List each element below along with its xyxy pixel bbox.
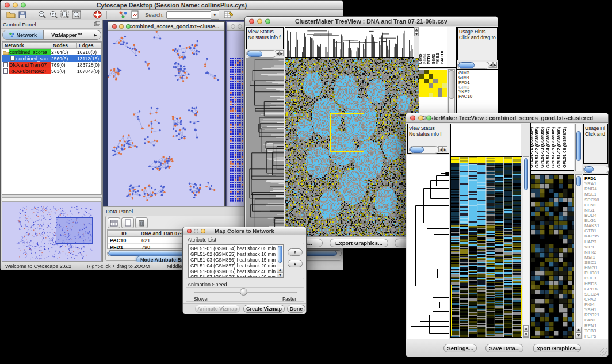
scrollbar-thumb[interactable] [458, 62, 475, 68]
gene-label[interactable]: ELG1 [584, 218, 608, 223]
network-row-combined-sco-selected[interactable]: combined_sco 2569(6) 13112(15) [2, 55, 101, 62]
frame1-close-button[interactable] [112, 24, 117, 29]
tabs-more-button[interactable]: ▶ [90, 30, 101, 39]
gene-label[interactable]: PUF3 [584, 275, 608, 281]
scrollbar-thumb[interactable] [410, 147, 424, 153]
gene-label[interactable]: GIM4 [458, 75, 498, 80]
column-label[interactable]: GPL51-02 (GSM855) [534, 127, 540, 168]
gene-label[interactable]: HAP3 [584, 239, 608, 244]
treeview-combined-titlebar[interactable]: ClusterMaker TreeView : combined_scores_… [406, 113, 608, 123]
minimize-button[interactable] [418, 116, 423, 121]
search-input[interactable] [166, 11, 211, 19]
column-label[interactable]: GPL51-03 (GSM856) [540, 127, 545, 168]
attribute-item[interactable]: GPL51-06 (GSM865) heat shock 40 min [189, 269, 283, 274]
gene-label[interactable]: NIS1 [584, 208, 608, 213]
scrollbar-thumb[interactable] [278, 246, 282, 263]
main-titlebar[interactable]: Cytoscape Desktop (Session Name: collins… [1, 1, 343, 10]
labels-vscrollbar[interactable] [575, 124, 582, 171]
attribute-item[interactable]: GPL51-02 (GSM855) heat shock 10 min [189, 251, 283, 257]
mini-heatmap[interactable] [419, 70, 447, 97]
scroll-down-button[interactable]: ▼ [523, 331, 529, 337]
close-button[interactable] [410, 116, 415, 121]
view-status-hscrollbar[interactable] [246, 50, 277, 58]
new-attribute-icon[interactable] [121, 217, 134, 228]
frame1-minimize-button[interactable] [119, 24, 124, 29]
overview-viewport-rect[interactable] [56, 217, 93, 244]
gene-label[interactable]: KAP95 [584, 233, 608, 239]
gene-label[interactable]: PAC10 [458, 94, 498, 99]
delete-attribute-trash-icon[interactable] [135, 217, 148, 228]
column-label[interactable]: PAC10 [439, 51, 445, 64]
overview-splitter[interactable] [2, 197, 102, 202]
gene-label[interactable]: MSI1 [584, 255, 608, 260]
attribute-item[interactable]: GPL51-01 (GSM854) heat shock 05 min [189, 246, 283, 251]
vizmap-icon[interactable] [117, 10, 129, 20]
column-label[interactable]: GPL51-01 (GSM854) [531, 127, 534, 168]
resize-grip[interactable] [600, 348, 607, 356]
data-col-id[interactable]: ID [108, 230, 139, 237]
gene-label[interactable]: GIM3 [458, 85, 498, 90]
gene-label[interactable]: SPC98 [584, 197, 608, 202]
save-session-button[interactable] [17, 10, 28, 20]
minimize-button[interactable] [194, 229, 198, 233]
done-button[interactable]: Done [287, 305, 305, 313]
gene-label[interactable]: YKE2 [458, 90, 498, 94]
gene-label[interactable]: BUD4 [584, 213, 608, 218]
network-view-canvas[interactable] [108, 31, 224, 207]
save-data-button[interactable]: Save Data... [485, 344, 523, 352]
create-vizmap-button[interactable]: Create Vizmap [243, 305, 285, 313]
move-up-button[interactable]: ∧ [288, 248, 303, 256]
gene-label[interactable]: RNR4 [584, 186, 608, 191]
zoom-button[interactable] [265, 19, 270, 24]
float-panel-icon[interactable] [94, 21, 100, 28]
gene-label[interactable]: YRA1 [584, 181, 608, 186]
network-row-dna-tran[interactable]: DNA and Tran 07 769(0) 183728(0) [2, 62, 101, 68]
column-dendrogram-canvas[interactable] [285, 28, 414, 57]
gene-label[interactable]: FIG4 [584, 302, 608, 307]
scrollbar-thumb[interactable] [247, 51, 262, 57]
zoom-button[interactable] [21, 2, 26, 7]
scroll-up-button[interactable]: ▲ [414, 27, 419, 32]
tab-network[interactable]: Network [3, 30, 44, 39]
frame2-close-button[interactable] [231, 24, 235, 29]
gene-label[interactable]: PEP5 [584, 334, 608, 339]
column-dendrogram-panel[interactable] [450, 124, 521, 156]
minimize-button[interactable] [257, 19, 262, 24]
frame1-zoom-button[interactable] [126, 24, 131, 29]
frame2-minimize-button[interactable] [238, 24, 242, 29]
export-graphics-button[interactable]: Export Graphics... [330, 239, 388, 247]
usage-hints-hscrollbar[interactable] [457, 62, 489, 69]
zoom-selected-icon[interactable] [59, 10, 71, 20]
scroll-left-button[interactable]: ◀ [276, 50, 280, 56]
column-label[interactable]: GPL51-07 (GSM868) [556, 127, 561, 168]
gene-label[interactable]: PFD1 [458, 81, 498, 85]
scrollbar-thumb[interactable] [449, 70, 454, 99]
open-session-button[interactable] [5, 10, 17, 20]
gene-label[interactable]: MSL1 [584, 191, 608, 197]
close-button[interactable] [5, 2, 10, 7]
scroll-right-button[interactable]: ▶ [493, 62, 497, 68]
minimize-button[interactable] [13, 2, 18, 7]
table-view-icon[interactable] [108, 217, 120, 228]
scrollbar-thumb[interactable] [524, 158, 528, 190]
gene-label[interactable]: HRD3 [584, 281, 608, 286]
move-down-button[interactable]: ∨ [288, 260, 303, 267]
gene-label[interactable]: PAN1 [584, 317, 608, 323]
zoom-button[interactable] [201, 229, 205, 233]
scroll-up-button[interactable]: ▲ [523, 325, 529, 331]
settings-button[interactable]: Settings... [443, 344, 477, 352]
gene-label[interactable]: MAK31 [584, 223, 608, 228]
usage-hints-hscrollbar[interactable] [583, 166, 609, 173]
scrollbar-thumb[interactable] [584, 166, 594, 173]
network-overview-panel[interactable] [2, 202, 102, 262]
scrollbar-thumb[interactable] [576, 131, 581, 161]
gene-label[interactable]: GIM5 [458, 71, 498, 75]
scroll-left-button[interactable]: ◀ [489, 62, 493, 68]
gene-label[interactable]: SEC1 [584, 260, 608, 265]
column-label[interactable]: GPL51-08 (GSM872) [562, 127, 567, 168]
network-row-rnapuber[interactable]: RNAPuberNov2+ 563(0) 107847(0) [2, 68, 101, 74]
scroll-right-button[interactable]: ▶ [280, 50, 284, 56]
zoom-button[interactable] [426, 116, 431, 121]
scroll-down-button[interactable]: ▼ [576, 332, 582, 338]
gene-label[interactable]: GTB1 [584, 228, 608, 233]
